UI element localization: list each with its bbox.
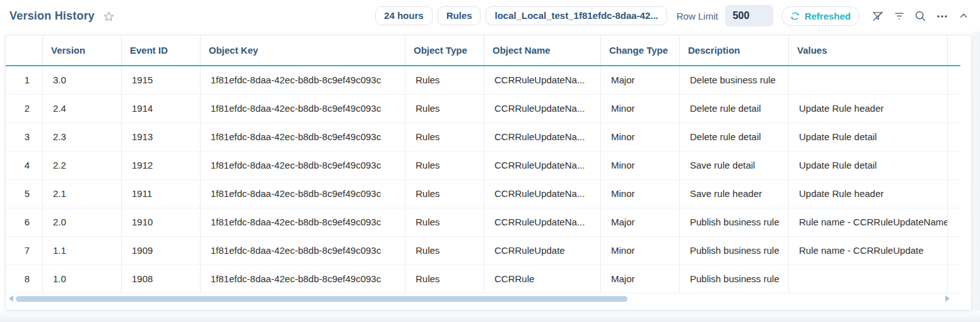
cell-object-name: CCRRuleUpdateNa... (484, 152, 601, 179)
cell-overflow (948, 123, 960, 151)
cell-object-name: CCRRuleUpdate (484, 237, 601, 265)
cell-description: Publish business rule (680, 237, 789, 265)
horizontal-scrollbar[interactable] (6, 295, 960, 304)
scrollbar-thumb[interactable] (16, 296, 627, 302)
cell-object-name: CCRRuleUpdateNa... (484, 208, 601, 236)
column-header-change-type[interactable]: Change Type (601, 35, 680, 65)
cell-change-type: Major (601, 265, 680, 293)
cell-overflow (948, 180, 960, 208)
column-header-object-key[interactable]: Object Key (201, 35, 405, 65)
column-header-values[interactable]: Values (789, 35, 948, 65)
favorite-star-icon[interactable] (103, 11, 115, 23)
page-right-gutter (972, 0, 980, 322)
row-limit-label: Row Limit (677, 11, 718, 21)
cell-version: 2.2 (43, 152, 122, 179)
cell-object-key: 1f81efdc-8daa-42ec-b8db-8c9ef49c093c (201, 123, 405, 151)
row-index-cell: 4 (6, 152, 43, 179)
row-index-cell: 3 (6, 123, 43, 151)
column-header-version[interactable]: Version (43, 35, 122, 65)
filter-chip-object-key[interactable]: local_Local_test_1f81efdc-8daa-42... (486, 6, 667, 25)
cell-version: 2.1 (43, 180, 122, 208)
row-index-cell: 6 (6, 208, 43, 236)
cell-values: Rule name - CCRRuleUpdate (789, 237, 948, 265)
toolbar: Version History 24 hours Rules local_Loc… (0, 0, 980, 32)
row-index-cell: 2 (6, 95, 43, 122)
row-index-cell: 8 (6, 265, 43, 293)
cell-object-key: 1f81efdc-8daa-42ec-b8db-8c9ef49c093c (201, 265, 405, 293)
cell-overflow (948, 265, 960, 293)
row-index-cell: 7 (6, 237, 43, 265)
cell-overflow (948, 152, 960, 179)
table-row: 8 1.0 1908 1f81efdc-8daa-42ec-b8db-8c9ef… (6, 265, 960, 294)
cell-change-type: Minor (601, 152, 680, 179)
scroll-right-arrow-icon[interactable] (945, 295, 950, 302)
cell-object-key: 1f81efdc-8daa-42ec-b8db-8c9ef49c093c (201, 237, 405, 265)
cell-version: 3.0 (43, 66, 122, 94)
cell-description: Save rule detail (680, 152, 789, 179)
cell-object-type: Rules (405, 237, 484, 265)
cell-object-name: CCRRuleUpdateNa... (484, 180, 601, 208)
cell-values: Update Rule detail (789, 123, 948, 151)
cell-change-type: Minor (601, 180, 680, 208)
table-row: 6 2.0 1910 1f81efdc-8daa-42ec-b8db-8c9ef… (6, 208, 960, 237)
cell-object-key: 1f81efdc-8daa-42ec-b8db-8c9ef49c093c (201, 180, 405, 208)
cell-object-type: Rules (405, 123, 484, 151)
toolbar-controls: 24 hours Rules local_Local_test_1f81efdc… (375, 5, 980, 27)
page-bottom-gutter (0, 311, 980, 322)
cell-overflow (948, 66, 960, 94)
table-body: 1 3.0 1915 1f81efdc-8daa-42ec-b8db-8c9ef… (6, 66, 960, 294)
filter-chip-time-range[interactable]: 24 hours (375, 6, 433, 25)
cell-event-id: 1912 (122, 152, 201, 179)
clear-filter-icon[interactable] (872, 9, 885, 23)
cell-event-id: 1911 (122, 180, 201, 208)
table-row: 4 2.2 1912 1f81efdc-8daa-42ec-b8db-8c9ef… (6, 152, 960, 180)
cell-object-type: Rules (405, 152, 484, 179)
row-limit-input[interactable] (725, 5, 773, 27)
cell-event-id: 1915 (122, 66, 201, 94)
column-header-object-type[interactable]: Object Type (405, 35, 484, 65)
table-scroll-area: Version Event ID Object Key Object Type … (6, 35, 960, 294)
title-area: Version History (0, 9, 115, 23)
filter-chip-rules[interactable]: Rules (438, 6, 481, 25)
cell-change-type: Minor (601, 95, 680, 122)
column-header-description[interactable]: Description (680, 35, 789, 65)
search-icon[interactable] (914, 9, 927, 23)
cell-version: 2.3 (43, 123, 122, 151)
cell-object-key: 1f81efdc-8daa-42ec-b8db-8c9ef49c093c (201, 95, 405, 122)
cell-change-type: Major (601, 208, 680, 236)
cell-description: Delete business rule (680, 66, 789, 94)
refresh-button[interactable]: Refreshed (781, 6, 860, 26)
cell-values (789, 66, 948, 94)
column-header-event-id[interactable]: Event ID (122, 35, 201, 65)
cell-object-name: CCRRuleUpdateNa... (484, 66, 601, 94)
table-row: 3 2.3 1913 1f81efdc-8daa-42ec-b8db-8c9ef… (6, 123, 960, 152)
scroll-left-arrow-icon[interactable] (9, 295, 13, 302)
table-header-row: Version Event ID Object Key Object Type … (6, 35, 960, 66)
page-title: Version History (9, 9, 95, 23)
cell-change-type: Minor (601, 237, 680, 265)
column-header-overflow (948, 35, 960, 65)
cell-description: Delete rule detail (680, 123, 789, 151)
cell-change-type: Minor (601, 123, 680, 151)
refresh-label: Refreshed (805, 11, 851, 21)
cell-object-key: 1f81efdc-8daa-42ec-b8db-8c9ef49c093c (201, 152, 405, 179)
table-row: 2 2.4 1914 1f81efdc-8daa-42ec-b8db-8c9ef… (6, 95, 960, 123)
column-header-object-name[interactable]: Object Name (484, 35, 601, 65)
cell-event-id: 1910 (122, 208, 201, 236)
cell-event-id: 1909 (122, 237, 201, 265)
cell-version: 1.1 (43, 237, 122, 265)
row-index-cell: 1 (6, 66, 43, 94)
cell-values (789, 265, 948, 293)
cell-version: 2.4 (43, 95, 122, 122)
collapse-up-icon[interactable] (957, 9, 970, 22)
cell-values: Rule name - CCRRuleUpdateName, (789, 208, 948, 236)
cell-event-id: 1908 (122, 265, 201, 293)
version-history-table: Version Event ID Object Key Object Type … (5, 35, 972, 311)
cell-object-type: Rules (405, 265, 484, 293)
filter-lines-icon[interactable] (893, 9, 906, 22)
cell-change-type: Major (601, 66, 680, 94)
cell-values: Update Rule header (789, 180, 948, 208)
more-options-icon[interactable] (935, 9, 949, 22)
cell-description: Delete rule detail (680, 95, 789, 122)
cell-object-key: 1f81efdc-8daa-42ec-b8db-8c9ef49c093c (201, 208, 405, 236)
